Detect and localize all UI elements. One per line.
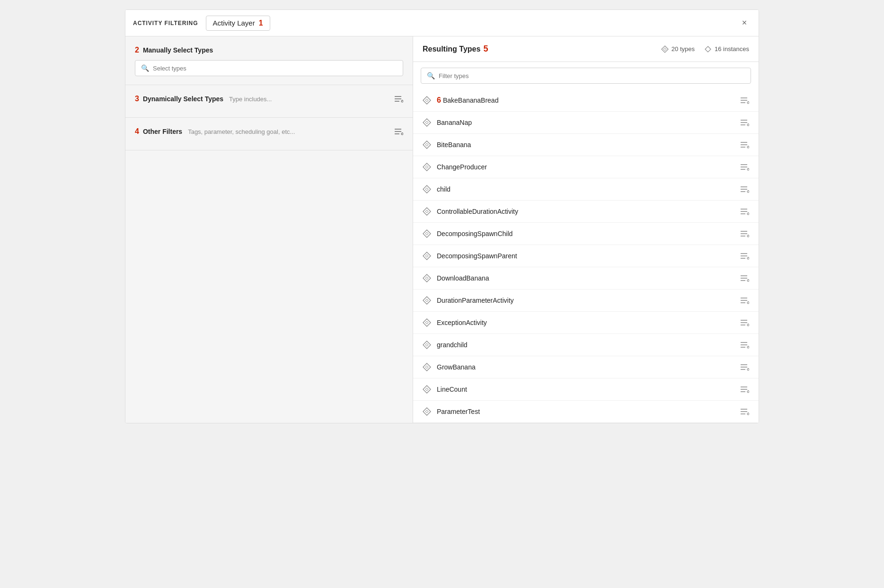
row-filter-icon	[741, 363, 749, 371]
type-row-filter-button[interactable]	[741, 163, 749, 171]
type-row-filter-button[interactable]	[741, 185, 749, 193]
type-name: BiteBanana	[437, 141, 735, 149]
header: ACTIVITY FILTERING Activity Layer 1 ×	[125, 10, 759, 36]
type-diamond-icon	[423, 296, 431, 305]
svg-point-38	[747, 213, 749, 215]
filter-icon-other	[395, 128, 403, 135]
row-filter-icon	[741, 319, 749, 326]
svg-point-73	[747, 369, 749, 370]
type-row: ControllableDurationActivity	[413, 201, 759, 223]
type-name: DurationParameterActivity	[437, 297, 735, 304]
filter-search-icon: 🔍	[427, 72, 435, 79]
svg-point-83	[747, 413, 749, 415]
row-filter-icon	[741, 341, 749, 349]
row-filter-icon	[741, 119, 749, 126]
type-name: ExceptionActivity	[437, 319, 735, 326]
type-row: 6BakeBananaBread	[413, 89, 759, 112]
type-name: child	[437, 185, 735, 193]
svg-point-28	[747, 168, 749, 170]
type-row: LineCount	[413, 378, 759, 401]
type-diamond-icon	[423, 252, 431, 260]
section-number-2: 2	[135, 46, 139, 54]
type-row-filter-button[interactable]	[741, 230, 749, 237]
type-row: child	[413, 178, 759, 201]
type-row: DecomposingSpawnParent	[413, 245, 759, 267]
section-dynamically-header: 3 Dynamically Select Types Type includes…	[135, 95, 403, 103]
type-list: 6BakeBananaBread BananaNap	[413, 89, 759, 423]
instances-diamond-icon	[704, 45, 712, 53]
type-row: ExceptionActivity	[413, 312, 759, 334]
type-name: LineCount	[437, 386, 735, 393]
svg-point-58	[747, 302, 749, 304]
layer-tab[interactable]: Activity Layer 1	[206, 16, 270, 31]
section-manually: 2 Manually Select Types 🔍	[125, 36, 413, 85]
svg-point-23	[747, 146, 749, 148]
filter-types-search-box[interactable]: 🔍	[421, 68, 751, 84]
type-row-filter-button[interactable]	[741, 252, 749, 260]
section-manually-title: 2 Manually Select Types	[135, 46, 213, 54]
row-filter-icon	[741, 230, 749, 237]
type-row-number: 6	[437, 96, 441, 104]
type-row-filter-button[interactable]	[741, 363, 749, 371]
svg-point-63	[747, 324, 749, 326]
dynamically-filter-button[interactable]	[395, 95, 403, 103]
instances-stat: 16 instances	[704, 45, 749, 53]
type-row: DurationParameterActivity	[413, 290, 759, 312]
activity-filtering-label: ACTIVITY FILTERING	[133, 20, 198, 26]
section-dynamically: 3 Dynamically Select Types Type includes…	[125, 85, 413, 118]
type-row-filter-button[interactable]	[741, 319, 749, 326]
type-diamond-icon	[423, 185, 431, 193]
row-filter-icon	[741, 185, 749, 193]
section-manually-label: Manually Select Types	[143, 46, 213, 54]
row-filter-icon	[741, 252, 749, 260]
type-diamond-icon	[423, 407, 431, 416]
section-other-filters-header: 4 Other Filters Tags, parameter, schedul…	[135, 127, 403, 136]
type-diamond-icon	[423, 363, 431, 371]
type-row-filter-button[interactable]	[741, 141, 749, 149]
row-filter-icon	[741, 163, 749, 171]
svg-point-3	[401, 100, 403, 102]
left-panel: 2 Manually Select Types 🔍 3 Dynamically …	[125, 36, 413, 423]
type-row-filter-button[interactable]	[741, 386, 749, 393]
type-diamond-icon	[423, 274, 431, 282]
resulting-types-title: Resulting Types 5	[423, 44, 488, 54]
type-diamond-icon	[423, 118, 431, 127]
svg-point-18	[747, 124, 749, 126]
svg-point-8	[401, 133, 403, 135]
select-types-input[interactable]	[153, 65, 397, 72]
resulting-types-number: 5	[483, 44, 488, 54]
type-row: BiteBanana	[413, 134, 759, 156]
type-row-filter-button[interactable]	[741, 97, 749, 104]
type-diamond-icon	[423, 341, 431, 349]
type-name: ControllableDurationActivity	[437, 208, 735, 215]
section-dynamically-label: Dynamically Select Types	[143, 95, 223, 103]
type-name: GrowBanana	[437, 363, 735, 371]
svg-point-43	[747, 235, 749, 237]
section-dynamically-subtitle: Type includes...	[229, 96, 272, 103]
section-number-4: 4	[135, 127, 139, 136]
types-count: 20 types	[672, 45, 695, 53]
section-number-3: 3	[135, 95, 139, 103]
section-dynamically-title: 3 Dynamically Select Types Type includes…	[135, 95, 272, 103]
type-row-filter-button[interactable]	[741, 119, 749, 126]
close-button[interactable]: ×	[738, 17, 751, 30]
filter-types-input[interactable]	[439, 72, 745, 79]
other-filters-filter-button[interactable]	[395, 128, 403, 135]
type-row-filter-button[interactable]	[741, 341, 749, 349]
type-diamond-icon	[423, 385, 431, 394]
type-row-filter-button[interactable]	[741, 297, 749, 304]
type-row-filter-button[interactable]	[741, 208, 749, 215]
row-filter-icon	[741, 386, 749, 393]
type-row-filter-button[interactable]	[741, 408, 749, 415]
row-filter-icon	[741, 297, 749, 304]
layer-tab-number: 1	[259, 19, 263, 27]
main-container: ACTIVITY FILTERING Activity Layer 1 × 2 …	[125, 9, 759, 423]
type-row-filter-button[interactable]	[741, 274, 749, 282]
svg-point-33	[747, 191, 749, 193]
type-name: BananaNap	[437, 119, 735, 126]
type-name: grandchild	[437, 341, 735, 349]
section-other-filters-title: 4 Other Filters Tags, parameter, schedul…	[135, 127, 295, 136]
svg-point-68	[747, 346, 749, 348]
type-name: DecomposingSpawnParent	[437, 252, 735, 260]
select-types-search-box[interactable]: 🔍	[135, 60, 403, 76]
